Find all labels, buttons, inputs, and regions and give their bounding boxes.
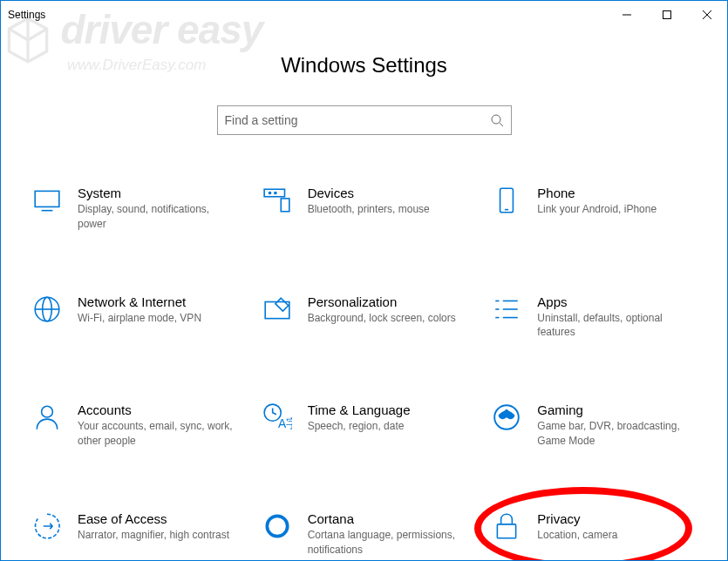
category-accounts[interactable]: Accounts Your accounts, email, sync, wor…	[32, 402, 236, 449]
category-devices[interactable]: Devices Bluetooth, printers, mouse	[262, 186, 466, 232]
category-gaming[interactable]: Gaming Game bar, DVR, broadcasting, Game…	[492, 402, 696, 449]
category-desc: Wi-Fi, airplane mode, VPN	[78, 311, 236, 326]
category-title: Ease of Access	[78, 511, 236, 526]
category-desc: Link your Android, iPhone	[537, 202, 696, 217]
page-title: Windows Settings	[1, 53, 727, 78]
svg-point-28	[267, 516, 287, 536]
category-privacy[interactable]: Privacy Location, camera	[492, 511, 696, 558]
accounts-icon	[32, 402, 62, 432]
category-personalization[interactable]: Personalization Background, lock screen,…	[262, 294, 466, 341]
svg-rect-12	[500, 188, 514, 213]
svg-point-24	[42, 406, 53, 417]
svg-rect-17	[265, 301, 289, 318]
category-title: Personalization	[308, 294, 466, 309]
search-box[interactable]	[217, 105, 512, 135]
gaming-icon	[492, 402, 521, 432]
system-icon	[32, 186, 62, 215]
category-title: Accounts	[78, 402, 236, 417]
titlebar: Settings	[1, 1, 727, 29]
svg-rect-1	[663, 11, 671, 19]
category-title: Devices	[308, 186, 466, 200]
category-apps[interactable]: Apps Uninstall, defaults, optional featu…	[492, 294, 696, 341]
categories-grid: System Display, sound, notifications, po…	[1, 186, 727, 557]
category-title: Cortana	[308, 511, 466, 526]
category-desc: Cortana language, permissions, notificat…	[308, 528, 466, 558]
category-time-language[interactable]: A字 Time & Language Speech, region, date	[262, 402, 466, 449]
category-title: Privacy	[537, 511, 696, 526]
search-icon[interactable]	[490, 113, 504, 127]
category-desc: Background, lock screen, colors	[308, 311, 466, 326]
svg-rect-9	[281, 199, 289, 212]
time-icon: A字	[262, 402, 292, 432]
devices-icon	[262, 186, 292, 215]
category-desc: Location, camera	[537, 528, 696, 543]
privacy-icon	[492, 511, 521, 541]
search-input[interactable]	[225, 113, 490, 127]
minimize-button[interactable]	[607, 1, 647, 29]
ease-of-access-icon	[32, 511, 62, 541]
personalization-icon	[262, 294, 292, 324]
close-button[interactable]	[687, 1, 727, 29]
svg-line-5	[500, 123, 503, 126]
category-title: Apps	[537, 294, 696, 309]
category-desc: Bluetooth, printers, mouse	[308, 202, 466, 217]
svg-point-4	[492, 115, 500, 124]
maximize-button[interactable]	[647, 1, 687, 29]
category-network[interactable]: Network & Internet Wi-Fi, airplane mode,…	[32, 294, 236, 341]
svg-rect-6	[35, 191, 59, 206]
svg-rect-29	[498, 524, 516, 538]
search-container	[1, 105, 727, 135]
category-ease-of-access[interactable]: Ease of Access Narrator, magnifier, high…	[32, 511, 236, 558]
svg-text:A字: A字	[278, 416, 292, 430]
category-desc: Narrator, magnifier, high contrast	[78, 528, 236, 543]
category-desc: Uninstall, defaults, optional features	[537, 311, 696, 341]
category-desc: Your accounts, email, sync, work, other …	[78, 419, 236, 449]
window-controls	[607, 1, 727, 29]
svg-point-11	[274, 192, 276, 193]
category-desc: Display, sound, notifications, power	[78, 202, 236, 232]
cortana-icon	[262, 511, 292, 541]
category-desc: Game bar, DVR, broadcasting, Game Mode	[537, 419, 696, 449]
category-title: Time & Language	[308, 402, 466, 417]
category-title: Network & Internet	[78, 294, 236, 309]
phone-icon	[492, 186, 521, 215]
category-title: System	[78, 186, 236, 200]
network-icon	[32, 294, 62, 324]
category-phone[interactable]: Phone Link your Android, iPhone	[492, 186, 696, 232]
category-cortana[interactable]: Cortana Cortana language, permissions, n…	[262, 511, 466, 558]
category-system[interactable]: System Display, sound, notifications, po…	[32, 186, 236, 232]
category-title: Gaming	[537, 402, 696, 417]
svg-point-10	[269, 192, 270, 193]
window-title: Settings	[8, 9, 45, 21]
category-desc: Speech, region, date	[308, 419, 466, 434]
apps-icon	[492, 294, 521, 324]
category-title: Phone	[537, 186, 696, 200]
